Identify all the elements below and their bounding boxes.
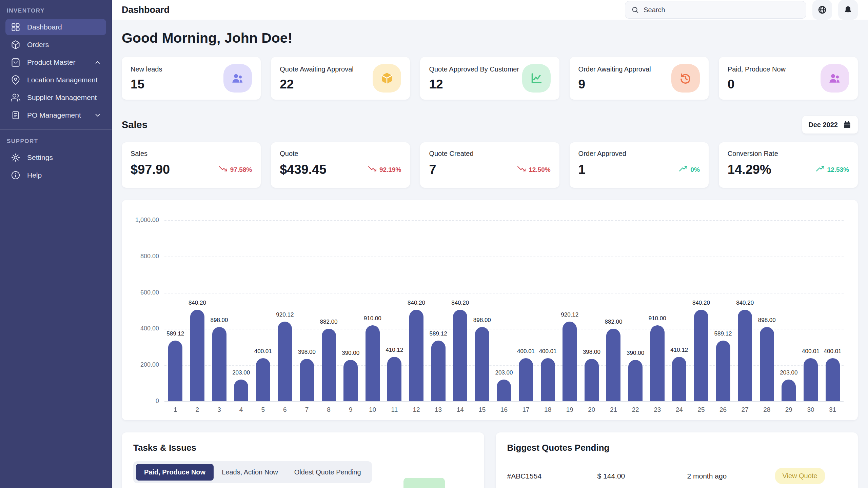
quote-amount: $ 144.00 (597, 472, 687, 480)
sidebar-item-supplier-management[interactable]: Supplier Management (5, 89, 106, 106)
biggest-quotes-card: Biggest Quotes Pending #ABC1554 $ 144.00… (496, 432, 858, 488)
x-tick-label: 16 (500, 406, 508, 413)
x-tick-label: 24 (676, 406, 683, 413)
bar-day-10[interactable] (366, 325, 380, 401)
bar-day-6[interactable] (278, 322, 292, 401)
x-tick-label: 15 (478, 406, 486, 413)
bar-value-label: 203.00 (232, 369, 250, 376)
sidebar: INVENTORY Dashboard Orders Product Maste… (0, 0, 112, 488)
bar-day-18[interactable] (541, 358, 555, 401)
bar-value-label: 390.00 (342, 350, 359, 357)
sales-cards-row: Sales $97.90 97.58% Quote $439.45 92.19%… (122, 142, 858, 188)
trend-down-icon (368, 164, 377, 175)
bar-slot-29: 203.00 29 (778, 220, 800, 401)
calendar-icon (843, 120, 852, 129)
bar-day-12[interactable] (409, 310, 423, 401)
sales-title: Sales (122, 119, 147, 130)
bar-day-31[interactable] (826, 358, 840, 401)
bar-day-17[interactable] (519, 358, 533, 401)
bar-day-3[interactable] (212, 327, 226, 401)
bar-day-22[interactable] (628, 360, 643, 401)
bar-slot-20: 398.00 20 (581, 220, 603, 401)
sidebar-item-orders[interactable]: Orders (5, 37, 106, 53)
x-tick-label: 27 (742, 406, 749, 413)
bar-day-20[interactable] (585, 359, 599, 401)
main-area: Dashboard (112, 0, 868, 488)
sidebar-divider (0, 129, 112, 130)
bar-value-label: 840.20 (189, 300, 206, 306)
y-tick-label: 200.00 (132, 361, 159, 368)
x-tick-label: 29 (785, 406, 792, 413)
bar-slot-10: 910.00 10 (361, 220, 383, 401)
bar-day-27[interactable] (738, 310, 752, 401)
date-filter-button[interactable]: Dec 2022 (802, 116, 858, 134)
bar-day-16[interactable] (497, 380, 511, 401)
bar-day-23[interactable] (650, 325, 665, 401)
cube-icon (373, 64, 401, 93)
gear-icon (11, 153, 20, 162)
search-input[interactable] (644, 6, 800, 14)
trend-down-icon (219, 164, 228, 175)
bar-day-13[interactable] (431, 341, 446, 401)
bar-day-9[interactable] (343, 360, 358, 401)
bar-day-28[interactable] (760, 327, 774, 401)
content: Good Morning, John Doe! New leads 15 Quo… (112, 20, 868, 488)
x-tick-label: 1 (174, 406, 177, 413)
tab-leads-action-now[interactable]: Leads, Action Now (214, 464, 286, 481)
sidebar-nav-support: Settings Help (0, 149, 112, 183)
notifications-button[interactable] (838, 0, 858, 20)
bar-day-14[interactable] (453, 310, 467, 401)
tab-oldest-quote-pending[interactable]: Oldest Quote Pending (286, 464, 369, 481)
bar-value-label: 920.12 (561, 311, 578, 318)
sidebar-item-location-management[interactable]: Location Management (5, 72, 106, 88)
x-tick-label: 26 (719, 406, 727, 413)
bar-value-label: 589.12 (166, 330, 184, 337)
bar-day-30[interactable] (804, 358, 818, 401)
greeting-heading: Good Morning, John Doe! (122, 30, 858, 46)
bar-day-4[interactable] (234, 380, 248, 401)
x-axis-line (164, 401, 844, 402)
sidebar-item-po-management[interactable]: PO Management (5, 107, 106, 123)
bar-slot-26: 589.12 26 (712, 220, 734, 401)
globe-icon (817, 5, 827, 15)
language-globe-button[interactable] (812, 0, 832, 20)
sidebar-item-settings[interactable]: Settings (5, 149, 106, 166)
stat-card-order-awaiting-approval: Order Awaiting Approval 9 (570, 57, 709, 100)
trend-up-icon (679, 164, 688, 175)
bell-icon (843, 5, 853, 15)
x-tick-label: 23 (654, 406, 661, 413)
bar-slot-18: 400.01 18 (537, 220, 559, 401)
topbar-actions (625, 0, 858, 20)
bar-value-label: 910.00 (364, 315, 381, 322)
bar-day-5[interactable] (256, 358, 270, 401)
bar-day-29[interactable] (782, 380, 796, 401)
tab-paid-produce-now[interactable]: Paid, Produce Now (136, 464, 214, 481)
x-tick-label: 7 (305, 406, 309, 413)
bar-day-25[interactable] (694, 310, 708, 401)
y-tick-label: 800.00 (132, 253, 159, 260)
x-tick-label: 12 (413, 406, 420, 413)
trend-down: 12.50% (517, 164, 550, 177)
sidebar-item-help[interactable]: Help (5, 167, 106, 183)
bar-value-label: 589.12 (714, 330, 732, 337)
bar-day-8[interactable] (322, 329, 336, 401)
bar-day-2[interactable] (190, 310, 204, 401)
bar-value-label: 400.01 (254, 348, 272, 355)
stat-card-new-leads: New leads 15 (122, 57, 261, 100)
view-quote-button[interactable]: View Quote (775, 468, 825, 484)
search-box[interactable] (625, 1, 806, 19)
bar-day-24[interactable] (672, 357, 686, 401)
sidebar-item-product-master[interactable]: Product Master (5, 54, 106, 70)
bar-day-1[interactable] (168, 341, 182, 401)
bar-day-26[interactable] (716, 341, 730, 401)
bar-day-7[interactable] (300, 359, 314, 401)
bar-day-21[interactable] (606, 329, 620, 401)
bar-day-19[interactable] (563, 322, 577, 401)
bar-day-11[interactable] (387, 357, 401, 401)
bar-value-label: 840.20 (736, 300, 754, 306)
x-tick-label: 4 (239, 406, 243, 413)
quote-rows: #ABC1554 $ 144.00 2 month ago View Quote (507, 468, 847, 484)
sidebar-item-dashboard[interactable]: Dashboard (5, 19, 106, 35)
bar-day-15[interactable] (475, 327, 489, 401)
date-filter-value: Dec 2022 (808, 121, 838, 129)
